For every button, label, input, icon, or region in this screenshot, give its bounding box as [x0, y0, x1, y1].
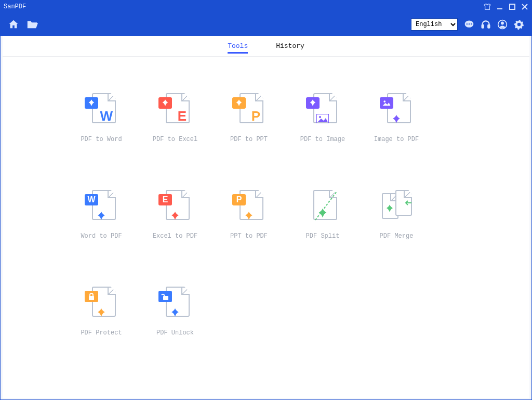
- tool-label: Image to PDF: [374, 136, 419, 143]
- pdf-icon: [85, 97, 98, 109]
- tool-pdf-to-image[interactable]: PDF to Image: [286, 93, 359, 143]
- headphones-icon[interactable]: [481, 19, 491, 30]
- tool-pdf-to-ppt[interactable]: P PDF to PPT: [212, 93, 285, 143]
- svg-point-14: [383, 100, 385, 102]
- svg-rect-1: [510, 4, 515, 9]
- home-icon[interactable]: [8, 19, 19, 30]
- tool-label: PPT to PDF: [230, 233, 268, 240]
- svg-rect-9: [488, 25, 489, 28]
- tool-label: Word to PDF: [81, 233, 122, 240]
- tool-label: PDF Protect: [81, 329, 122, 337]
- tool-label: PDF to Word: [81, 136, 122, 143]
- tool-label: Excel to PDF: [153, 233, 197, 240]
- excel-letter-icon: E: [158, 194, 172, 205]
- app-window: SanPDF: [0, 0, 532, 400]
- tool-label: PDF to Image: [300, 136, 345, 143]
- svg-point-13: [319, 116, 321, 118]
- minimize-button[interactable]: [496, 3, 503, 10]
- image-icon: [380, 97, 393, 109]
- pdf-icon: [87, 211, 116, 221]
- tool-word-to-pdf[interactable]: W Word to PDF: [65, 190, 138, 240]
- tab-tools[interactable]: Tools: [228, 42, 248, 54]
- pdf-icon: [385, 204, 394, 216]
- svg-point-6: [469, 23, 470, 24]
- tool-pdf-protect[interactable]: PDF Protect: [65, 287, 138, 337]
- tool-label: PDF Split: [306, 233, 340, 240]
- svg-rect-8: [482, 25, 484, 28]
- ppt-letter-icon: P: [232, 194, 246, 205]
- tool-image-to-pdf[interactable]: Image to PDF: [360, 93, 433, 143]
- merge-arrow-icon: [404, 199, 412, 209]
- tool-pdf-merge[interactable]: PDF Merge: [360, 190, 433, 240]
- tools-grid: W PDF to Word E PDF to Excel: [65, 93, 498, 337]
- tool-label: PDF to PPT: [230, 136, 268, 143]
- tool-pdf-unlock[interactable]: PDF Unlock: [139, 287, 211, 337]
- user-icon[interactable]: [497, 19, 508, 30]
- tool-pdf-to-word[interactable]: W PDF to Word: [65, 93, 138, 143]
- titlebar: SanPDF: [1, 1, 531, 13]
- tab-bar: Tools History: [3, 36, 529, 57]
- pdf-icon: [232, 97, 246, 109]
- svg-point-11: [501, 22, 504, 25]
- language-select[interactable]: English: [411, 18, 458, 31]
- unlock-icon: [158, 291, 172, 302]
- tool-pdf-to-excel[interactable]: E PDF to Excel: [139, 93, 211, 143]
- close-button[interactable]: [521, 3, 528, 10]
- pdf-icon: [161, 307, 190, 318]
- lock-icon: [85, 291, 98, 302]
- pdf-icon: [234, 211, 263, 221]
- pdf-icon: [161, 211, 190, 221]
- svg-point-7: [471, 23, 472, 24]
- excel-letter-icon: E: [178, 108, 187, 124]
- pdf-icon: [308, 208, 337, 219]
- tab-history[interactable]: History: [276, 42, 304, 52]
- pdf-icon: [87, 307, 116, 318]
- svg-rect-17: [163, 296, 168, 300]
- word-letter-icon: W: [100, 108, 113, 124]
- chat-icon[interactable]: [464, 19, 474, 30]
- shirt-icon[interactable]: [484, 3, 491, 10]
- svg-point-5: [467, 23, 468, 24]
- tool-ppt-to-pdf[interactable]: P PPT to PDF: [212, 190, 285, 240]
- pdf-icon: [158, 97, 172, 109]
- content-area: Tools History W PDF to Word: [3, 36, 529, 398]
- tool-excel-to-pdf[interactable]: E Excel to PDF: [139, 190, 211, 240]
- tool-pdf-split[interactable]: PDF Split: [286, 190, 359, 240]
- tool-label: PDF Merge: [380, 233, 414, 240]
- ppt-letter-icon: P: [251, 108, 260, 124]
- tool-label: PDF Unlock: [156, 329, 194, 337]
- app-title: SanPDF: [4, 3, 26, 10]
- svg-rect-16: [89, 296, 94, 300]
- image-icon: [308, 114, 337, 123]
- gear-icon[interactable]: [514, 19, 524, 30]
- word-letter-icon: W: [85, 194, 98, 205]
- pdf-icon: [382, 114, 411, 124]
- open-folder-icon[interactable]: [26, 19, 38, 30]
- maximize-button[interactable]: [509, 3, 516, 10]
- pdf-icon: [306, 97, 320, 109]
- tool-label: PDF to Excel: [153, 136, 197, 143]
- toolbar: English: [1, 13, 531, 36]
